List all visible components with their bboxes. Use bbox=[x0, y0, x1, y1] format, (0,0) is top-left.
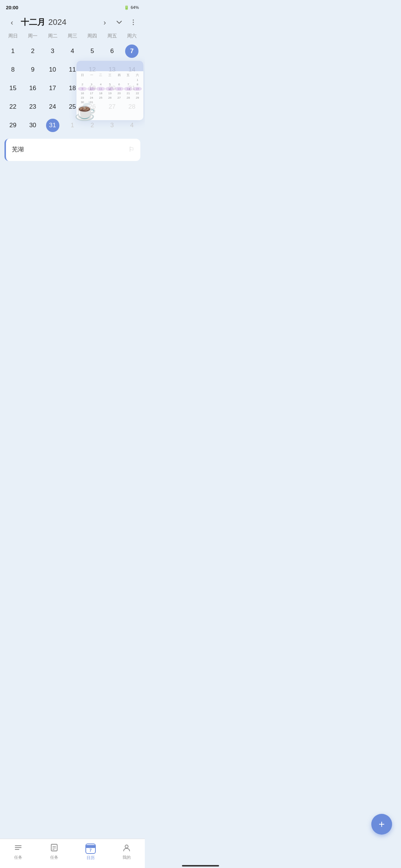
calendar-header: ‹ 十二月 2024 › bbox=[0, 13, 145, 31]
day-cell[interactable]: 5 bbox=[82, 42, 102, 60]
day-cell[interactable]: 1 bbox=[62, 116, 82, 134]
day-cell[interactable]: 3 bbox=[102, 116, 122, 134]
day-cell[interactable]: 31 bbox=[43, 116, 62, 134]
day-cell[interactable]: 1 bbox=[3, 42, 23, 60]
weekday-wed: 周三 bbox=[62, 31, 82, 41]
day-cell[interactable]: 24 bbox=[43, 98, 62, 116]
battery-level: 64% bbox=[131, 5, 139, 10]
day-cell[interactable]: 20 bbox=[102, 79, 122, 97]
current-month: 十二月 bbox=[21, 17, 45, 28]
day-cell[interactable]: 14 bbox=[122, 61, 142, 79]
event-text: 芜湖 bbox=[12, 146, 124, 154]
svg-point-2 bbox=[133, 24, 134, 25]
day-cell[interactable]: 4 bbox=[122, 116, 142, 134]
weekday-sun: 周日 bbox=[3, 31, 23, 41]
header-actions bbox=[114, 17, 139, 28]
day-cell[interactable]: 7 bbox=[122, 42, 142, 60]
day-cell[interactable]: 21 bbox=[122, 79, 142, 97]
day-cell[interactable]: 25 bbox=[62, 98, 82, 116]
battery-icon: 🔋 bbox=[124, 5, 129, 10]
weekday-thu: 周四 bbox=[82, 31, 102, 41]
status-icons: 🔋 64% bbox=[124, 5, 139, 10]
day-cell[interactable]: 26 bbox=[82, 98, 102, 116]
next-month-button[interactable]: › bbox=[99, 16, 111, 28]
day-cell[interactable]: 2 bbox=[82, 116, 102, 134]
current-year: 2024 bbox=[48, 17, 66, 27]
status-time: 20:00 bbox=[6, 5, 18, 10]
prev-month-button[interactable]: ‹ bbox=[6, 16, 18, 28]
svg-point-1 bbox=[133, 22, 134, 23]
header-title: 十二月 2024 bbox=[21, 17, 96, 28]
collapse-button[interactable] bbox=[114, 17, 125, 28]
weekday-mon: 周一 bbox=[23, 31, 42, 41]
day-cell[interactable]: 27 bbox=[102, 98, 122, 116]
day-cell[interactable]: 29 bbox=[3, 116, 23, 134]
calendar: 周日 周一 周二 周三 周四 周五 周六 1234567891011121314… bbox=[0, 31, 145, 134]
events-section: 芜湖 ⚐ bbox=[4, 139, 140, 161]
more-options-button[interactable] bbox=[128, 17, 139, 28]
day-cell[interactable]: 4 bbox=[62, 42, 82, 60]
day-cell[interactable]: 2 bbox=[23, 42, 42, 60]
weekday-fri: 周五 bbox=[102, 31, 122, 41]
day-cell[interactable]: 23 bbox=[23, 98, 42, 116]
event-item[interactable]: 芜湖 ⚐ bbox=[6, 139, 140, 160]
main-content: 周日 周一 周二 周三 周四 周五 周六 1234567891011121314… bbox=[0, 31, 145, 191]
status-bar: 20:00 🔋 64% bbox=[0, 0, 145, 13]
flag-icon: ⚐ bbox=[128, 145, 134, 154]
day-cell[interactable]: 12 bbox=[82, 61, 102, 79]
day-cell[interactable]: 6 bbox=[102, 42, 122, 60]
day-cell[interactable]: 19 bbox=[82, 79, 102, 97]
weekday-headers: 周日 周一 周二 周三 周四 周五 周六 bbox=[3, 31, 142, 41]
day-cell[interactable]: 3 bbox=[43, 42, 62, 60]
days-grid: 1234567891011121314151617181920212223242… bbox=[3, 42, 142, 134]
day-cell[interactable]: 9 bbox=[23, 61, 42, 79]
day-cell[interactable]: 17 bbox=[43, 79, 62, 97]
weekday-sat: 周六 bbox=[122, 31, 142, 41]
day-cell[interactable]: 22 bbox=[3, 98, 23, 116]
day-cell[interactable]: 15 bbox=[3, 79, 23, 97]
day-cell[interactable]: 8 bbox=[3, 61, 23, 79]
svg-point-0 bbox=[133, 20, 134, 21]
day-cell[interactable]: 30 bbox=[23, 116, 42, 134]
weekday-tue: 周二 bbox=[43, 31, 62, 41]
day-cell[interactable]: 18 bbox=[62, 79, 82, 97]
day-cell[interactable]: 16 bbox=[23, 79, 42, 97]
day-cell[interactable]: 13 bbox=[102, 61, 122, 79]
day-cell[interactable]: 28 bbox=[122, 98, 142, 116]
day-cell[interactable]: 10 bbox=[43, 61, 62, 79]
day-cell[interactable]: 11 bbox=[62, 61, 82, 79]
